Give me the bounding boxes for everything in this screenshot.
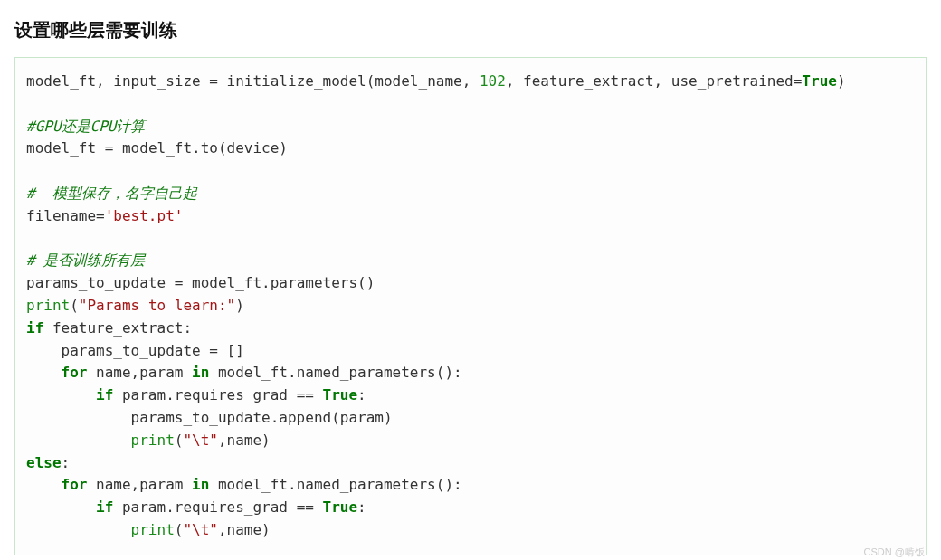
code-line: else: (26, 454, 70, 471)
code-line: print("Params to learn:") (26, 297, 244, 314)
code-line: params_to_update = model_ft.parameters() (26, 274, 375, 291)
code-line: filename='best.pt' (26, 207, 183, 224)
code-line: if feature_extract: (26, 319, 192, 337)
section-heading: 设置哪些层需要训练 (14, 18, 927, 43)
code-line: model_ft = model_ft.to(device) (26, 139, 288, 157)
code-line: if param.requires_grad == True: (26, 498, 366, 516)
code-comment: # 模型保存，名字自己起 (26, 185, 197, 202)
code-line: params_to_update.append(param) (26, 409, 393, 426)
code-line: model_ft, input_size = initialize_model(… (26, 72, 846, 90)
code-comment: #GPU还是CPU计算 (26, 118, 145, 135)
code-line: print("\t",name) (26, 521, 271, 538)
code-line: params_to_update = [] (26, 342, 244, 359)
code-comment: # 是否训练所有层 (26, 252, 145, 269)
code-line: for name,param in model_ft.named_paramet… (26, 476, 462, 493)
code-line: if param.requires_grad == True: (26, 386, 366, 403)
code-block[interactable]: model_ft, input_size = initialize_model(… (14, 57, 927, 555)
code-line: for name,param in model_ft.named_paramet… (26, 364, 462, 381)
code-line: print("\t",name) (26, 432, 271, 449)
watermark: CSDN @啃饭 (864, 546, 925, 559)
